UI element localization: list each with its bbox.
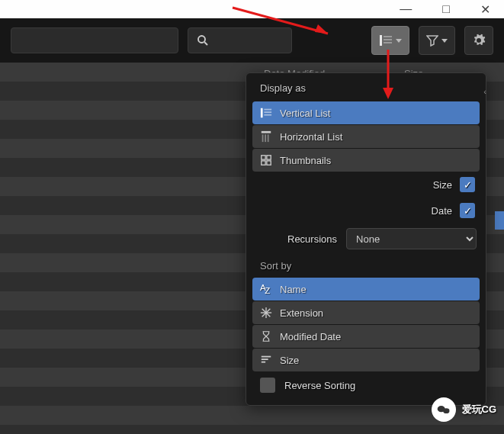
sort-size[interactable]: Size: [252, 349, 480, 371]
svg-rect-6: [261, 108, 263, 117]
reverse-checkbox[interactable]: [260, 378, 275, 393]
display-mode-button[interactable]: [371, 26, 409, 55]
maximize-icon[interactable]: □: [442, 2, 450, 16]
vertical-list-icon: [260, 107, 272, 119]
path-input[interactable]: [11, 27, 178, 53]
show-date-row: Date ✓: [252, 198, 480, 223]
extension-icon: [260, 307, 272, 319]
svg-rect-7: [264, 109, 271, 111]
svg-rect-3: [384, 36, 392, 37]
chevron-down-icon: [396, 39, 402, 43]
svg-rect-15: [267, 156, 271, 159]
search-icon: [196, 34, 210, 47]
svg-rect-17: [267, 161, 271, 165]
svg-rect-4: [384, 39, 392, 40]
thumbnails-icon: [260, 154, 272, 166]
menu-label: Vertical List: [280, 108, 330, 119]
chevron-down-icon: [441, 39, 448, 43]
svg-point-0: [198, 36, 205, 43]
search-input[interactable]: [188, 27, 292, 53]
show-size-row: Size ✓: [252, 172, 480, 198]
svg-rect-26: [262, 362, 265, 363]
svg-rect-25: [262, 358, 268, 360]
size-icon: [260, 354, 272, 366]
date-label: Date: [432, 205, 452, 217]
svg-rect-24: [262, 356, 271, 358]
svg-rect-11: [262, 134, 264, 142]
watermark-text: 爱玩CG: [462, 403, 497, 416]
display-vertical-list[interactable]: Vertical List: [252, 101, 480, 124]
size-checkbox[interactable]: ✓: [460, 177, 475, 192]
sort-by-label: Sort by: [252, 254, 480, 278]
menu-label: Modified Date: [280, 331, 341, 342]
collapse-icon[interactable]: ‹: [483, 87, 486, 96]
svg-rect-12: [265, 134, 266, 142]
selection-indicator: [495, 211, 504, 230]
close-icon[interactable]: ✕: [480, 2, 490, 17]
svg-rect-13: [268, 134, 269, 142]
gear-icon: [472, 34, 486, 47]
svg-rect-14: [262, 156, 265, 159]
settings-button[interactable]: [464, 26, 493, 55]
az-icon: AZ: [260, 283, 272, 295]
reverse-sorting-row[interactable]: Reverse Sorting: [252, 371, 480, 399]
wechat-icon: [432, 397, 456, 422]
svg-rect-16: [262, 161, 265, 165]
recursions-label: Recursions: [287, 233, 337, 245]
filter-button[interactable]: [419, 26, 455, 55]
svg-rect-9: [264, 114, 271, 116]
sort-name[interactable]: AZ Name: [252, 278, 480, 301]
size-label: Size: [433, 179, 452, 191]
reverse-label: Reverse Sorting: [284, 380, 355, 391]
svg-rect-2: [380, 35, 382, 46]
svg-line-1: [204, 42, 207, 45]
svg-rect-5: [384, 42, 392, 43]
display-horizontal-list[interactable]: Horizontal List: [252, 125, 480, 148]
recursions-row: Recursions None: [252, 223, 480, 254]
menu-label: Name: [280, 284, 307, 295]
display-thumbnails[interactable]: Thumbnails: [252, 149, 480, 172]
display-popover: ‹ Display as Vertical List Horizontal Li…: [246, 72, 486, 406]
menu-label: Size: [280, 355, 299, 366]
sort-extension[interactable]: Extension: [252, 301, 480, 324]
date-checkbox[interactable]: ✓: [460, 203, 475, 218]
popover-title: Display as: [252, 79, 480, 101]
watermark: 爱玩CG: [432, 397, 497, 422]
menu-label: Thumbnails: [280, 155, 331, 166]
menu-label: Extension: [280, 307, 323, 319]
window-titlebar: — □ ✕: [0, 0, 504, 18]
minimize-icon[interactable]: —: [400, 2, 412, 16]
svg-rect-10: [262, 131, 271, 133]
svg-rect-8: [264, 111, 271, 113]
table-row[interactable]: [0, 425, 504, 434]
table-row[interactable]: [0, 406, 504, 425]
recursions-select[interactable]: None: [346, 228, 477, 249]
menu-label: Horizontal List: [280, 131, 342, 143]
horizontal-list-icon: [260, 130, 272, 143]
funnel-icon: [426, 34, 438, 47]
hourglass-icon: [260, 330, 272, 342]
svg-text:Z: Z: [265, 286, 270, 295]
sort-modified[interactable]: Modified Date: [252, 325, 480, 348]
list-icon: [379, 34, 393, 47]
toolbar: [0, 18, 504, 63]
